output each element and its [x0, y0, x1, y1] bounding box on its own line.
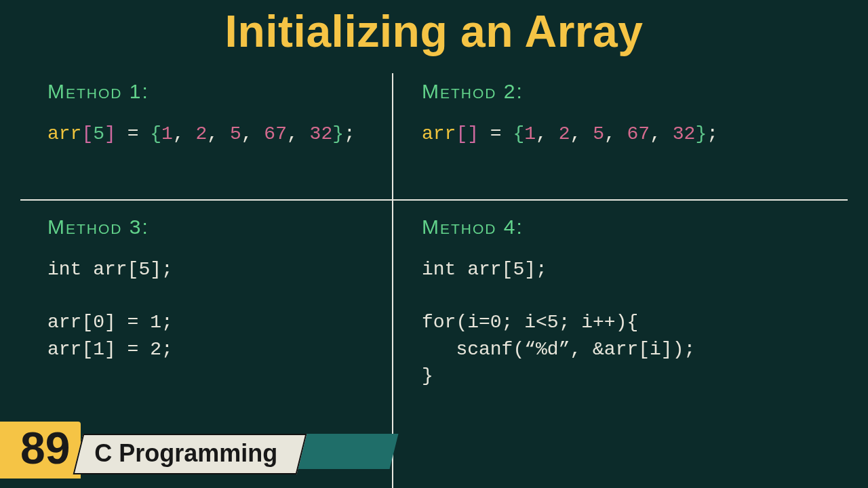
- token-num: 32: [310, 123, 333, 144]
- token-open-brace: {: [150, 123, 161, 144]
- token-comma: ,: [287, 123, 310, 144]
- series-label-text: C Programming: [95, 439, 278, 468]
- token-num: 5: [230, 123, 241, 144]
- token-eq: =: [479, 123, 513, 144]
- token-num: 32: [673, 123, 696, 144]
- method-2-code: arr[] = {1, 2, 5, 67, 32};: [422, 121, 718, 147]
- method-4-cell: Method 4: int arr[5]; for(i=0; i<5; i++)…: [422, 216, 695, 389]
- token-comma: ,: [241, 123, 264, 144]
- episode-badge: 89 C Programming: [0, 422, 302, 479]
- code-line: scanf(“%d”, &arr[i]);: [422, 339, 695, 360]
- series-label: C Programming: [73, 434, 307, 474]
- token-semi: ;: [707, 123, 718, 144]
- token-comma: ,: [570, 123, 593, 144]
- code-line: arr[0] = 1;: [47, 312, 173, 333]
- token-index: 5: [93, 123, 104, 144]
- method-1-cell: Method 1: arr[5] = {1, 2, 5, 67, 32};: [47, 80, 355, 147]
- token-eq: =: [116, 123, 150, 144]
- token-num: 1: [161, 123, 173, 144]
- code-line: arr[1] = 2;: [47, 339, 173, 360]
- token-arr: arr: [47, 123, 81, 144]
- vertical-divider: [392, 73, 393, 488]
- token-comma: ,: [207, 123, 230, 144]
- token-num: 2: [559, 123, 570, 144]
- method-1-label: Method 1:: [47, 80, 355, 103]
- horizontal-divider: [20, 199, 848, 201]
- token-comma: ,: [650, 123, 673, 144]
- token-lbracket: [: [81, 123, 93, 144]
- method-2-cell: Method 2: arr[] = {1, 2, 5, 67, 32};: [422, 80, 718, 147]
- token-num: 67: [264, 123, 287, 144]
- token-num: 2: [196, 123, 208, 144]
- token-semi: ;: [344, 123, 355, 144]
- code-line: int arr[5];: [422, 259, 547, 280]
- code-line: }: [422, 365, 433, 386]
- method-4-label: Method 4:: [422, 216, 695, 239]
- token-num: 5: [593, 123, 604, 144]
- code-line: for(i=0; i<5; i++){: [422, 312, 638, 333]
- token-arr: arr: [422, 123, 456, 144]
- method-3-code: int arr[5]; arr[0] = 1; arr[1] = 2;: [47, 256, 173, 363]
- token-open-brace: {: [513, 123, 524, 144]
- token-rbracket: ]: [467, 123, 479, 144]
- token-num: 1: [524, 123, 536, 144]
- method-2-label: Method 2:: [422, 80, 718, 103]
- method-3-label: Method 3:: [47, 216, 173, 239]
- page-title: Initializing an Array: [0, 0, 868, 57]
- code-line: int arr[5];: [47, 259, 173, 280]
- token-comma: ,: [536, 123, 559, 144]
- token-comma: ,: [604, 123, 627, 144]
- method-3-cell: Method 3: int arr[5]; arr[0] = 1; arr[1]…: [47, 216, 173, 363]
- token-close-brace: }: [332, 123, 344, 144]
- token-lbracket: [: [456, 123, 467, 144]
- token-rbracket: ]: [104, 123, 116, 144]
- series-label-wrap: C Programming: [78, 422, 302, 479]
- token-comma: ,: [173, 123, 196, 144]
- method-1-code: arr[5] = {1, 2, 5, 67, 32};: [47, 121, 355, 147]
- method-4-code: int arr[5]; for(i=0; i<5; i++){ scanf(“%…: [422, 256, 695, 389]
- token-close-brace: }: [695, 123, 707, 144]
- token-num: 67: [627, 123, 650, 144]
- episode-number: 89: [0, 422, 81, 479]
